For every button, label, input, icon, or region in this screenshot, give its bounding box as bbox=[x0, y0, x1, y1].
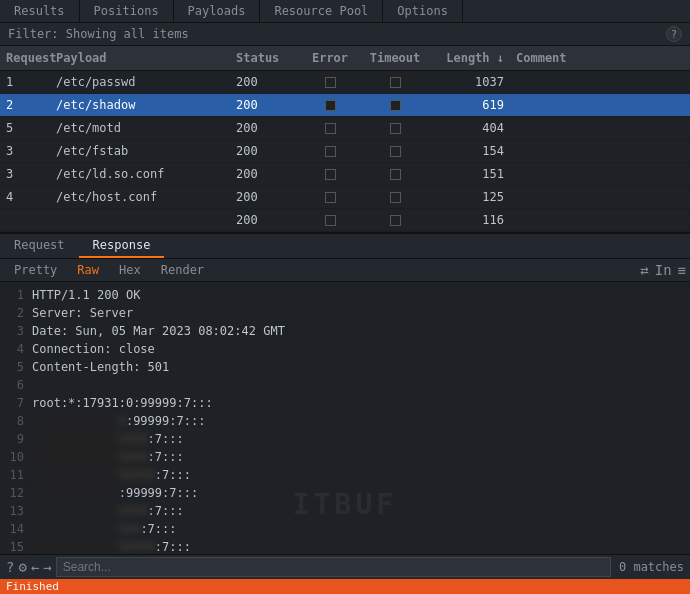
cell-timeout bbox=[360, 121, 430, 136]
line-content: Date: Sun, 05 Mar 2023 08:02:42 GMT bbox=[32, 322, 285, 340]
cell-payload: /etc/fstab bbox=[50, 142, 230, 160]
cell-timeout bbox=[360, 213, 430, 228]
table-row[interactable]: 5 /etc/motd 200 404 bbox=[0, 117, 690, 140]
tab-options[interactable]: Options bbox=[383, 0, 463, 22]
cell-comment bbox=[510, 149, 690, 153]
response-line: 11 99999:7::: bbox=[8, 466, 682, 484]
line-number: 15 bbox=[8, 538, 24, 554]
col-header-length[interactable]: Length ↓ bbox=[430, 48, 510, 68]
tab-response[interactable]: Response bbox=[79, 234, 165, 258]
line-number: 5 bbox=[8, 358, 24, 376]
line-number: 12 bbox=[8, 484, 24, 502]
cell-status: 200 bbox=[230, 96, 300, 114]
tab-resource-pool[interactable]: Resource Pool bbox=[260, 0, 383, 22]
line-content: 99999:7::: bbox=[32, 466, 191, 484]
col-header-payload: Payload bbox=[50, 48, 230, 68]
cell-payload: /etc/ld.so.conf bbox=[50, 165, 230, 183]
tab-raw[interactable]: Raw bbox=[67, 261, 109, 279]
cell-error bbox=[300, 75, 360, 90]
line-number: 6 bbox=[8, 376, 24, 394]
tab-hex[interactable]: Hex bbox=[109, 261, 151, 279]
cell-req: 3 bbox=[0, 165, 50, 183]
cell-timeout bbox=[360, 167, 430, 182]
line-number: 10 bbox=[8, 448, 24, 466]
line-content: :99999:7::: bbox=[32, 484, 198, 502]
indent-icon[interactable]: In bbox=[655, 262, 672, 278]
cell-req: 2 bbox=[0, 96, 50, 114]
cell-payload: /etc/host.conf bbox=[50, 188, 230, 206]
line-content: 9999:7::: bbox=[32, 430, 184, 448]
cell-req: 1 bbox=[0, 73, 50, 91]
menu-icon[interactable]: ≡ bbox=[678, 262, 686, 278]
filter-text: Filter: Showing all items bbox=[8, 27, 189, 41]
settings-icon[interactable]: ⚙ bbox=[18, 559, 26, 575]
cell-status: 200 bbox=[230, 119, 300, 137]
table-row[interactable]: 3 /etc/ld.so.conf 200 151 bbox=[0, 163, 690, 186]
line-content: 9999:7::: bbox=[32, 502, 184, 520]
status-label: Finished bbox=[6, 580, 59, 593]
cell-payload: /etc/shadow bbox=[50, 96, 230, 114]
response-line: 2Server: Server bbox=[8, 304, 682, 322]
cell-timeout bbox=[360, 98, 430, 113]
tab-positions[interactable]: Positions bbox=[80, 0, 174, 22]
cell-length: 151 bbox=[430, 165, 510, 183]
table-row[interactable]: 1 /etc/passwd 200 1037 bbox=[0, 71, 690, 94]
response-line: 5Content-Length: 501 bbox=[8, 358, 682, 376]
cell-error bbox=[300, 121, 360, 136]
response-line: 3Date: Sun, 05 Mar 2023 08:02:42 GMT bbox=[8, 322, 682, 340]
cell-status: 200 bbox=[230, 73, 300, 91]
table-header: Request Payload Status Error Timeout Len… bbox=[0, 46, 690, 71]
view-tabs: Pretty Raw Hex Render ⇄ In ≡ bbox=[0, 259, 690, 282]
cell-length: 116 bbox=[430, 211, 510, 229]
line-content: root:*:17931:0:99999:7::: bbox=[32, 394, 213, 412]
cell-comment bbox=[510, 103, 690, 107]
swap-icon[interactable]: ⇄ bbox=[640, 262, 648, 278]
cell-length: 619 bbox=[430, 96, 510, 114]
col-header-error: Error bbox=[300, 48, 360, 68]
results-table: Request Payload Status Error Timeout Len… bbox=[0, 46, 690, 232]
table-row[interactable]: 2 /etc/shadow 200 619 bbox=[0, 94, 690, 117]
match-count: 0 matches bbox=[619, 560, 684, 574]
search-input[interactable] bbox=[56, 557, 611, 577]
line-content: HTTP/1.1 200 OK bbox=[32, 286, 140, 304]
table-row[interactable]: 4 /etc/host.conf 200 125 bbox=[0, 186, 690, 209]
line-content: 999:7::: bbox=[32, 520, 177, 538]
line-content: 99999:7::: bbox=[32, 538, 191, 554]
response-line: 15 99999:7::: bbox=[8, 538, 682, 554]
col-header-request: Request bbox=[0, 48, 50, 68]
line-number: 4 bbox=[8, 340, 24, 358]
help-button[interactable]: ? bbox=[666, 26, 682, 42]
bottom-bar: ? ⚙ ← → 0 matches bbox=[0, 554, 690, 579]
help-circle-icon[interactable]: ? bbox=[6, 559, 14, 575]
col-header-comment: Comment bbox=[510, 48, 690, 68]
line-number: 11 bbox=[8, 466, 24, 484]
table-row[interactable]: 3 /etc/fstab 200 154 bbox=[0, 140, 690, 163]
tab-request[interactable]: Request bbox=[0, 234, 79, 258]
req-res-tabs: Request Response bbox=[0, 232, 690, 259]
back-icon[interactable]: ← bbox=[31, 559, 39, 575]
table-row[interactable]: 200 116 bbox=[0, 209, 690, 232]
tab-render[interactable]: Render bbox=[151, 261, 214, 279]
cell-status: 200 bbox=[230, 211, 300, 229]
response-body: 1HTTP/1.1 200 OK2Server: Server3Date: Su… bbox=[0, 282, 690, 554]
line-content: Server: Server bbox=[32, 304, 133, 322]
line-number: 9 bbox=[8, 430, 24, 448]
tab-payloads[interactable]: Payloads bbox=[174, 0, 261, 22]
tab-results[interactable]: Results bbox=[0, 0, 80, 22]
cell-status: 200 bbox=[230, 188, 300, 206]
response-line: 4Connection: close bbox=[8, 340, 682, 358]
cell-length: 125 bbox=[430, 188, 510, 206]
cell-status: 200 bbox=[230, 142, 300, 160]
forward-icon[interactable]: → bbox=[43, 559, 51, 575]
cell-length: 404 bbox=[430, 119, 510, 137]
cell-error bbox=[300, 98, 360, 113]
cell-error bbox=[300, 167, 360, 182]
cell-comment bbox=[510, 126, 690, 130]
cell-length: 154 bbox=[430, 142, 510, 160]
response-line: 12 :99999:7::: bbox=[8, 484, 682, 502]
status-bar: Finished bbox=[0, 579, 690, 594]
cell-payload bbox=[50, 218, 230, 222]
response-line: 7root:*:17931:0:99999:7::: bbox=[8, 394, 682, 412]
line-content: Connection: close bbox=[32, 340, 155, 358]
tab-pretty[interactable]: Pretty bbox=[4, 261, 67, 279]
